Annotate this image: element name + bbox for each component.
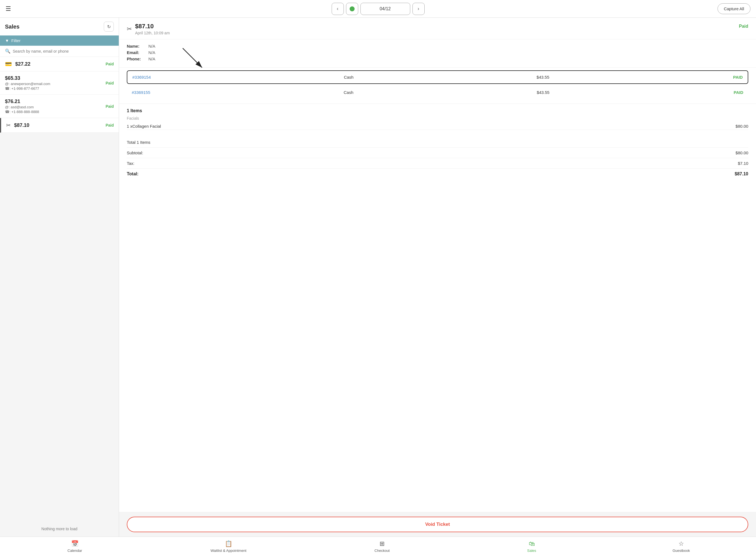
txn-method: Cash <box>338 75 360 79</box>
txn-status: PAID <box>727 90 743 95</box>
sale-phone: ☎: +1-998-877-6677 <box>5 86 50 91</box>
email-value: N/A <box>148 50 155 55</box>
detail-panel: ✂ $87.10 April 12th, 10:09 am Paid Name:… <box>119 18 756 536</box>
sale-status: Paid <box>106 104 114 109</box>
subtotal-label: Subtotal: <box>127 150 143 155</box>
total-items-row: Total 1 Items <box>127 137 748 148</box>
filter-label: Filter <box>11 38 21 43</box>
txn-id: #3369154 <box>132 75 165 79</box>
grand-total-label: Total: <box>127 172 139 176</box>
transactions-section: #3369154 Cash $43.55 PAID #3369155 Cash … <box>119 68 756 104</box>
search-bar: 🔍 <box>0 46 119 57</box>
txn-amount: $43.55 <box>532 90 554 95</box>
totals-section: Total 1 Items Subtotal: $80.00 Tax: $7.1… <box>119 134 756 182</box>
total-items-label: Total 1 Items <box>127 140 150 145</box>
phone-label: Phone: <box>127 57 146 61</box>
sale-type-icon: 💳 <box>5 61 12 67</box>
tax-value: $7.10 <box>738 161 748 166</box>
sale-type-icon: ✂ <box>6 122 11 129</box>
bottom-nav: 📅 Calendar 📋 Waitlist & Appointment ⊞ Ch… <box>0 536 756 556</box>
email-label: Email: <box>127 50 146 55</box>
sale-item-active[interactable]: ✂ $87.10 Paid <box>0 118 119 133</box>
detail-type-icon: ✂ <box>127 26 132 33</box>
sale-amount: $65.33 <box>5 75 50 81</box>
menu-icon[interactable]: ☰ <box>5 5 11 12</box>
client-phone-row: Phone: N/A <box>127 57 748 61</box>
refresh-button[interactable]: ↻ <box>104 22 114 32</box>
items-category: Facials <box>127 116 748 120</box>
sales-label: Sales <box>527 549 536 553</box>
sale-email: @: asd@asd.com <box>5 105 39 109</box>
sale-email: @: anewperson@email.com <box>5 82 50 86</box>
nav-checkout[interactable]: ⊞ Checkout <box>368 540 396 553</box>
client-email-row: Email: N/A <box>127 50 748 55</box>
tax-row: Tax: $7.10 <box>127 158 748 169</box>
nav-sales[interactable]: 🛍 Sales <box>518 540 545 553</box>
sale-amount: $76.21 <box>5 99 39 104</box>
next-button[interactable]: › <box>412 3 425 15</box>
txn-id: #3369155 <box>132 90 165 95</box>
txn-method: Cash <box>337 90 360 95</box>
nothing-more-label: Nothing more to load <box>0 521 119 536</box>
sidebar: Sales ↻ ▼ Filter 🔍 💳 $27.22 Paid <box>0 18 119 536</box>
transaction-row-highlighted[interactable]: #3369154 Cash $43.55 PAID <box>127 70 748 84</box>
subtotal-value: $80.00 <box>735 150 748 155</box>
detail-amount: $87.10 <box>135 23 170 30</box>
detail-status-badge: Paid <box>739 23 748 29</box>
main-layout: Sales ↻ ▼ Filter 🔍 💳 $27.22 Paid <box>0 18 756 536</box>
detail-header: ✂ $87.10 April 12th, 10:09 am Paid <box>119 18 756 39</box>
tax-label: Tax: <box>127 161 135 166</box>
date-display: 04/12 <box>361 3 410 15</box>
sales-list: 💳 $27.22 Paid $65.33 @: anewperson@email… <box>0 57 119 521</box>
filter-bar[interactable]: ▼ Filter <box>0 35 119 46</box>
name-label: Name: <box>127 44 146 48</box>
search-input[interactable] <box>13 49 114 54</box>
checkout-label: Checkout <box>375 549 390 553</box>
item-name: 1 xCollagen Facial <box>127 124 161 129</box>
transaction-row[interactable]: #3369155 Cash $43.55 PAID <box>127 86 748 99</box>
void-ticket-button[interactable]: Void Ticket <box>127 517 748 532</box>
filter-icon: ▼ <box>5 38 9 43</box>
sale-item[interactable]: $65.33 @: anewperson@email.com ☎: +1-998… <box>0 71 119 95</box>
name-value: N/A <box>148 44 155 48</box>
prev-button[interactable]: ‹ <box>332 3 344 15</box>
sales-icon: 🛍 <box>529 540 535 547</box>
phone-value: N/A <box>148 57 155 61</box>
grand-total-value: $87.10 <box>735 172 748 176</box>
waitlist-label: Waitlist & Appointment <box>211 549 247 553</box>
item-price: $80.00 <box>735 124 748 129</box>
checkout-icon: ⊞ <box>380 540 384 547</box>
status-dot <box>346 3 358 15</box>
nav-controls: ‹ 04/12 › <box>332 3 425 15</box>
sale-item[interactable]: $76.21 @: asd@asd.com ☎: +1-888-888-8888… <box>0 95 119 118</box>
calendar-label: Calendar <box>68 549 82 553</box>
sidebar-header: Sales ↻ <box>0 18 119 35</box>
sale-status: Paid <box>106 81 114 85</box>
detail-footer: Void Ticket <box>119 512 756 536</box>
nav-calendar[interactable]: 📅 Calendar <box>61 540 88 553</box>
txn-status: PAID <box>726 75 743 79</box>
calendar-icon: 📅 <box>71 540 79 547</box>
sale-phone: ☎: +1-888-888-8888 <box>5 110 39 114</box>
item-row: 1 xCollagen Facial $80.00 <box>127 123 748 130</box>
sale-amount: $27.22 <box>15 61 31 67</box>
subtotal-row: Subtotal: $80.00 <box>127 148 748 158</box>
waitlist-icon: 📋 <box>225 540 232 547</box>
client-info: Name: N/A Email: N/A Phone: N/A <box>119 39 756 68</box>
guestbook-label: Guestbook <box>672 549 690 553</box>
items-section: 1 Items Facials 1 xCollagen Facial $80.0… <box>119 104 756 134</box>
nav-waitlist[interactable]: 📋 Waitlist & Appointment <box>211 540 247 553</box>
capture-all-button[interactable]: Capture All <box>718 3 751 14</box>
sidebar-title: Sales <box>5 24 20 30</box>
green-dot <box>350 6 354 11</box>
search-icon: 🔍 <box>5 48 10 54</box>
sale-item[interactable]: 💳 $27.22 Paid <box>0 57 119 71</box>
nav-guestbook[interactable]: ☆ Guestbook <box>668 540 695 553</box>
detail-date: April 12th, 10:09 am <box>135 31 170 35</box>
grand-total-row: Total: $87.10 <box>127 169 748 179</box>
sale-amount: $87.10 <box>14 123 29 128</box>
sale-status: Paid <box>106 123 114 128</box>
client-name-row: Name: N/A <box>127 44 748 48</box>
txn-amount: $43.55 <box>532 75 554 79</box>
items-title: 1 Items <box>127 108 748 113</box>
